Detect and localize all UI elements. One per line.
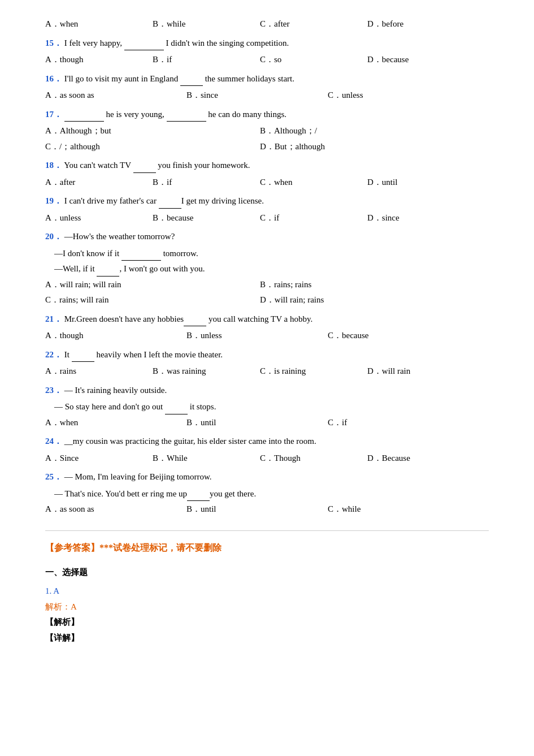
option-b: B．while xyxy=(153,17,260,32)
blank-19 xyxy=(159,200,181,209)
option-a: A．when xyxy=(45,17,153,32)
question-22: 22． It heavily when I left the movie the… xyxy=(45,348,489,362)
options-25: A．as soon as B．until C．while xyxy=(45,502,489,517)
option-c: C．after xyxy=(260,17,367,32)
answer-category: 一、选择题 xyxy=(45,565,489,580)
answer-item-1: 1. A xyxy=(45,584,489,599)
options-20a: A．will rain; will rain B．rains; rains xyxy=(45,278,489,292)
options-22: A．rains B．was raining C．is raining D．wil… xyxy=(45,364,489,379)
options-17b: C．/；although D．But；although xyxy=(45,140,489,154)
question-16: 16． I'll go to visit my aunt in England … xyxy=(45,72,489,87)
options-16: A．as soon as B．since C．unless xyxy=(45,88,489,103)
question-20-sub1: —I don't know if it tomorrow. xyxy=(54,247,489,261)
blank-21 xyxy=(184,317,206,326)
options-17: A．Although；but B．Although；/ xyxy=(45,124,489,139)
blank-20b xyxy=(97,267,119,277)
blank-23 xyxy=(165,405,188,414)
blank-17b xyxy=(167,113,206,122)
options-23: A．when B．until C．if xyxy=(45,416,489,430)
question-25: 25． — Mom, I'm leaving for Beijing tomor… xyxy=(45,470,489,485)
question-23-sub: — So stay here and don't go out it stops… xyxy=(54,400,489,414)
section-divider xyxy=(45,530,489,531)
blank-15 xyxy=(124,41,164,50)
question-19: 19． I can't drive my father's car I get … xyxy=(45,194,489,209)
blank-16 xyxy=(180,77,203,86)
question-25-sub: — That's nice. You'd bett er ring me upy… xyxy=(54,487,489,502)
question-15: 15． I felt very happy, I didn't win the … xyxy=(45,36,489,51)
answer-tag-xiangjie: 【详解】 xyxy=(45,631,489,646)
options-19: A．unless B．because C．if D．since xyxy=(45,211,489,226)
blank-25 xyxy=(187,492,210,501)
answer-section-title: 【参考答案】***试卷处理标记，请不要删除 xyxy=(45,540,489,555)
options-24: A．Since B．While C．Though D．Because xyxy=(45,451,489,466)
blank-22 xyxy=(72,353,94,362)
question-21: 21． Mr.Green doesn't have any hobbies yo… xyxy=(45,312,489,327)
blank-17a xyxy=(64,113,104,122)
options-15: A．though B．if C．so D．because xyxy=(45,53,489,67)
question-23: 23． — It's raining heavily outside. xyxy=(45,383,489,398)
option-d: D．before xyxy=(367,17,475,32)
blank-18 xyxy=(133,164,156,173)
blank-20a xyxy=(121,252,161,261)
options-row-top: A．when B．while C．after D．before xyxy=(45,17,489,32)
question-20: 20． —How's the weather tomorrow? xyxy=(45,230,489,244)
question-24: 24． __my cousin was practicing the guita… xyxy=(45,434,489,449)
options-20b: C．rains; will rain D．will rain; rains xyxy=(45,293,489,308)
question-17: 17． he is very young, he can do many thi… xyxy=(45,107,489,122)
question-20-sub2: —Well, if it , I won't go out with you. xyxy=(54,262,489,277)
options-18: A．after B．if C．when D．until xyxy=(45,175,489,190)
question-18: 18． You can't watch TV you finish your h… xyxy=(45,158,489,173)
answer-detail-1: 解析：A xyxy=(45,600,489,615)
options-21: A．though B．unless C．because xyxy=(45,329,489,343)
answer-tag-jiexi: 【解析】 xyxy=(45,615,489,630)
